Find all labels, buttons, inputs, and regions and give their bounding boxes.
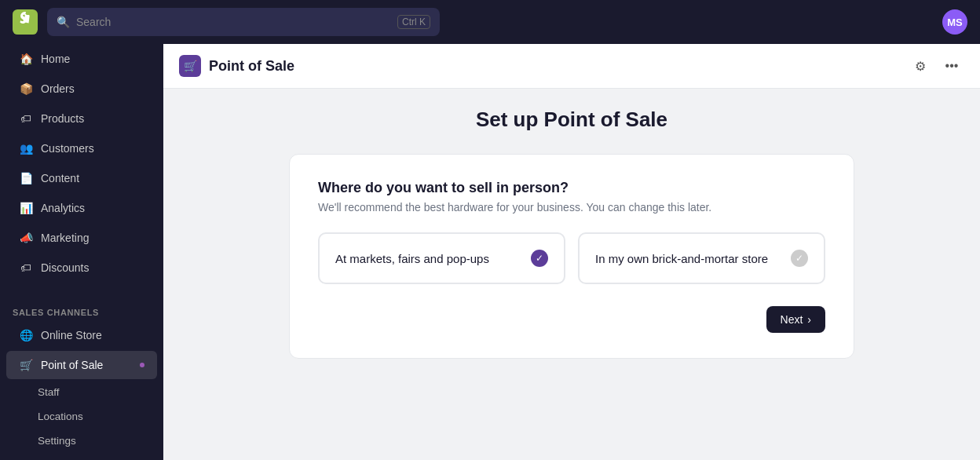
more-options-button[interactable]: ••• [939, 53, 964, 78]
sidebar-item-label: Online Store [41, 329, 102, 341]
search-input[interactable] [76, 16, 391, 28]
sidebar-item-label: Point of Sale [41, 359, 103, 371]
option-markets-label: At markets, fairs and pop-ups [335, 252, 489, 265]
options-row: At markets, fairs and pop-ups ✓ In my ow… [318, 232, 825, 284]
search-bar[interactable]: 🔍 Ctrl K [47, 8, 440, 36]
sidebar-item-label: Analytics [41, 202, 85, 214]
next-button-label: Next [781, 313, 803, 326]
sidebar-item-orders[interactable]: 📦 Orders [6, 75, 157, 103]
sidebar-item-discounts[interactable]: 🏷 Discounts [6, 254, 157, 282]
locations-label: Locations [38, 411, 83, 422]
orders-icon: 📦 [19, 82, 33, 96]
sidebar-sub-item-settings[interactable]: Settings [6, 429, 157, 452]
sidebar: 🏠 Home 📦 Orders 🏷 Products 👥 Customers 📄… [0, 44, 163, 460]
sidebar-item-customers[interactable]: 👥 Customers [6, 134, 157, 162]
page-title: Point of Sale [209, 58, 294, 75]
setup-card: Where do you want to sell in person? We'… [289, 154, 854, 359]
option-brick-mortar-label: In my own brick-and-mortar store [595, 252, 768, 265]
sidebar-sub-item-staff[interactable]: Staff [6, 381, 157, 403]
setup-question: Where do you want to sell in person? [318, 180, 825, 196]
settings-label: Settings [38, 435, 76, 447]
page-header-icon: 🛒 [179, 55, 201, 77]
sidebar-item-label: Marketing [41, 232, 89, 244]
option-brick-mortar[interactable]: In my own brick-and-mortar store ✓ [578, 232, 825, 284]
option-markets-check: ✓ [531, 250, 548, 267]
logo-area [13, 9, 38, 35]
sidebar-item-online-store[interactable]: 🌐 Online Store [6, 321, 157, 349]
next-button[interactable]: Next › [766, 306, 825, 333]
content-icon: 📄 [19, 171, 33, 185]
sidebar-item-label: Content [41, 172, 79, 184]
topbar-right: MS [942, 9, 967, 35]
online-store-icon: 🌐 [19, 328, 33, 342]
staff-label: Staff [38, 386, 60, 398]
page-content: Set up Point of Sale Where do you want t… [163, 89, 980, 460]
sidebar-item-marketing[interactable]: 📣 Marketing [6, 224, 157, 252]
setup-title: Set up Point of Sale [476, 108, 667, 132]
search-icon: 🔍 [57, 16, 70, 28]
discounts-icon: 🏷 [19, 261, 33, 275]
page-header-actions: ⚙ ••• [908, 53, 964, 78]
setup-description: We'll recommend the best hardware for yo… [318, 201, 825, 214]
pos-icon: 🛒 [19, 358, 33, 372]
customers-icon: 👥 [19, 141, 33, 155]
next-arrow-icon: › [807, 313, 811, 326]
sidebar-item-content[interactable]: 📄 Content [6, 164, 157, 192]
marketing-icon: 📣 [19, 231, 33, 245]
sidebar-item-label: Home [41, 53, 70, 65]
sidebar-item-label: Customers [41, 142, 94, 155]
option-brick-mortar-check: ✓ [791, 250, 808, 267]
option-markets[interactable]: At markets, fairs and pop-ups ✓ [318, 232, 565, 284]
search-shortcut: Ctrl K [397, 15, 430, 29]
sidebar-item-label: Discounts [41, 261, 89, 274]
products-icon: 🏷 [19, 111, 33, 126]
sidebar-item-home[interactable]: 🏠 Home [6, 45, 157, 73]
pos-active-indicator [140, 363, 144, 367]
card-footer: Next › [318, 306, 825, 333]
sidebar-item-label: Orders [41, 82, 75, 95]
sidebar-item-products[interactable]: 🏷 Products [6, 104, 157, 133]
shopify-logo-icon [13, 9, 38, 35]
sidebar-item-analytics[interactable]: 📊 Analytics [6, 194, 157, 222]
content-area: 🛒 Point of Sale ⚙ ••• Set up Point of Sa… [163, 44, 980, 460]
home-icon: 🏠 [19, 52, 33, 66]
main-layout: 🏠 Home 📦 Orders 🏷 Products 👥 Customers 📄… [0, 44, 980, 460]
page-header: 🛒 Point of Sale ⚙ ••• [163, 44, 980, 89]
topbar: 🔍 Ctrl K MS [0, 0, 980, 44]
sidebar-item-label: Products [41, 112, 84, 125]
customize-button[interactable]: ⚙ [908, 53, 933, 78]
analytics-icon: 📊 [19, 201, 33, 215]
avatar[interactable]: MS [942, 9, 967, 35]
sales-channels-section-label: Sales channels [0, 295, 163, 320]
sidebar-sub-item-locations[interactable]: Locations [6, 405, 157, 428]
sidebar-item-point-of-sale[interactable]: 🛒 Point of Sale [6, 351, 157, 379]
